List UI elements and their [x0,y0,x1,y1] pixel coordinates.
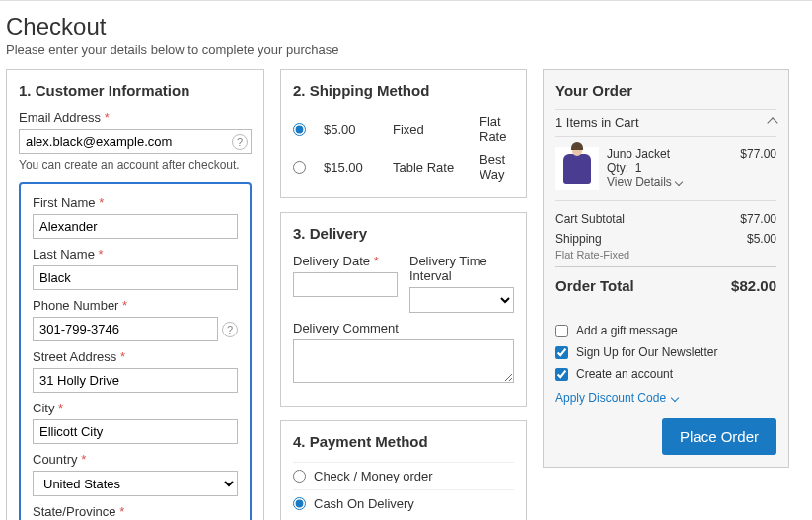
payment-radio[interactable] [293,470,306,483]
email-note: You can create an account after checkout… [19,158,252,172]
cart-item: Juno Jacket Qty: 1 View Details $77.00 [555,137,776,201]
place-order-button[interactable]: Place Order [662,418,776,455]
shipping-rate: Table Rate [393,160,462,175]
payment-option-check[interactable]: Check / Money order [293,462,514,489]
gift-message-option[interactable]: Add a gift message [555,320,776,341]
delivery-interval-select[interactable] [409,287,514,313]
view-details-toggle[interactable]: View Details [607,175,682,188]
page-subtitle: Please enter your details below to compl… [6,42,806,57]
shipping-sublabel: Flat Rate-Fixed [555,249,776,260]
shipping-price: $5.00 [324,122,375,137]
delivery-date-field[interactable] [293,272,398,297]
country-label: Country * [33,452,238,467]
shipping-radio[interactable] [293,161,306,174]
city-field[interactable] [33,419,238,444]
chevron-down-icon [671,394,679,402]
gift-message-label: Add a gift message [576,324,678,337]
shipping-option-flat-rate[interactable]: $5.00 Fixed Flat Rate [293,111,514,148]
chevron-down-icon [675,178,683,186]
state-label: State/Province * [33,504,238,519]
country-select[interactable]: United States [33,471,238,496]
delivery-date-label: Delivery Date * [293,254,398,268]
payment-label: Cash On Delivery [314,496,414,511]
cart-items-count: 1 Items in Cart [555,115,639,130]
customer-info-title: 1. Customer Information [19,82,252,99]
product-price: $77.00 [740,147,776,190]
customer-info-box: 1. Customer Information Email Address * … [6,69,264,520]
email-label: Email Address * [19,111,252,125]
shipping-rate: Fixed [393,122,462,137]
first-name-field[interactable] [33,214,238,239]
apply-discount-toggle[interactable]: Apply Discount Code [555,391,678,405]
shipping-label: Shipping [555,232,602,246]
city-label: City * [33,401,238,415]
payment-radio[interactable] [293,497,306,510]
page-title: Checkout [6,13,806,40]
shipping-value: $5.00 [747,232,776,246]
shipping-method-title: 2. Shipping Method [293,82,514,99]
delivery-comment-label: Delivery Comment [293,321,514,335]
cart-items-toggle[interactable]: 1 Items in Cart [555,109,776,137]
order-total-label: Order Total [555,277,634,294]
create-account-checkbox[interactable] [555,368,568,381]
shipping-price: $15.00 [324,160,375,175]
payment-method-title: 4. Payment Method [293,433,514,450]
subtotal-value: $77.00 [740,212,776,226]
street-field[interactable] [33,368,238,393]
shipping-radio[interactable] [293,123,306,136]
order-summary-box: Your Order 1 Items in Cart Juno Jacket Q… [543,69,789,468]
product-name: Juno Jacket [607,147,732,161]
delivery-title: 3. Delivery [293,225,514,242]
gift-message-checkbox[interactable] [555,325,568,337]
order-summary-title: Your Order [555,82,776,99]
phone-field[interactable] [33,317,218,341]
newsletter-option[interactable]: Sign Up for Our Newsletter [555,341,776,363]
phone-label: Phone Number * [33,298,238,313]
street-label: Street Address * [33,349,238,364]
first-name-label: First Name * [33,195,238,210]
shipping-option-best-way[interactable]: $15.00 Table Rate Best Way [293,148,514,186]
delivery-interval-label: Delivery Time Interval [409,254,514,283]
qty-value: 1 [635,161,642,175]
shipping-name: Best Way [480,152,514,182]
product-thumbnail [555,147,599,190]
delivery-comment-field[interactable] [293,339,514,383]
help-icon[interactable]: ? [222,322,238,337]
shipping-name: Flat Rate [480,114,514,144]
create-account-option[interactable]: Create an account [555,363,776,385]
order-total-value: $82.00 [731,277,776,294]
last-name-field[interactable] [33,265,238,290]
payment-method-box: 4. Payment Method Check / Money order Ca… [280,420,527,520]
qty-label: Qty: [607,161,628,175]
address-panel: First Name * Last Name * Phone Number * … [19,182,252,520]
email-field[interactable] [19,129,252,154]
subtotal-label: Cart Subtotal [555,212,625,226]
payment-option-cod[interactable]: Cash On Delivery [293,489,514,517]
help-icon[interactable]: ? [232,134,248,150]
last-name-label: Last Name * [33,247,238,261]
newsletter-checkbox[interactable] [555,346,568,359]
create-account-label: Create an account [576,367,673,381]
delivery-box: 3. Delivery Delivery Date * Delivery Tim… [280,212,527,407]
payment-label: Check / Money order [314,469,433,483]
chevron-up-icon [767,117,777,128]
shipping-method-box: 2. Shipping Method $5.00 Fixed Flat Rate… [280,69,527,198]
newsletter-label: Sign Up for Our Newsletter [576,345,717,359]
